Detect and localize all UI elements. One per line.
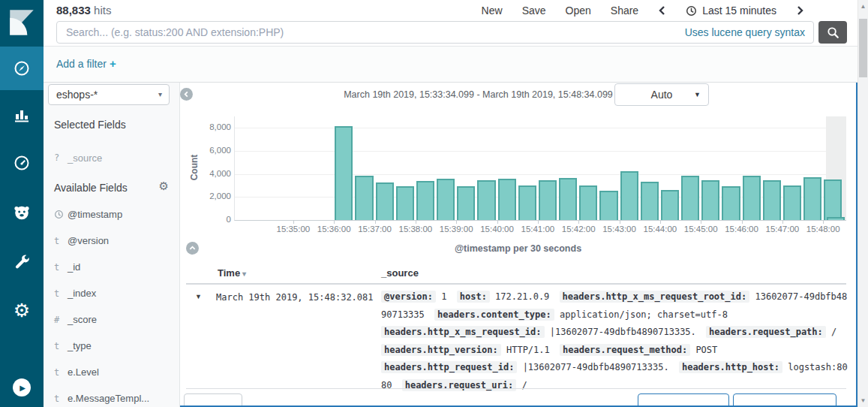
- histogram-bar[interactable]: [827, 217, 845, 220]
- histogram-bar[interactable]: [437, 179, 455, 221]
- view-surrounding-documents-button[interactable]: [638, 393, 729, 407]
- field-settings-gear-icon[interactable]: ⚙: [159, 180, 169, 191]
- histogram-bar[interactable]: [559, 178, 577, 220]
- histogram-bar[interactable]: [743, 176, 761, 220]
- discover-main-panel: March 19th 2019, 15:33:34.099 - March 19…: [180, 83, 857, 407]
- doc-field-name[interactable]: headers.request_uri:: [402, 379, 517, 391]
- time-forward-button[interactable]: [796, 5, 804, 16]
- scroll-down-arrow-icon[interactable]: ▼: [858, 397, 868, 404]
- collapse-sidebar-button[interactable]: [180, 88, 193, 101]
- histogram-bar[interactable]: [701, 180, 719, 220]
- x-axis-tick: [578, 220, 579, 224]
- y-axis-label: 6,000: [201, 146, 231, 155]
- nav-timelion[interactable]: [0, 191, 44, 234]
- kibana-logo[interactable]: [0, 0, 44, 47]
- page-scrollbar[interactable]: ▲ ▼: [857, 0, 868, 407]
- histogram-bar[interactable]: [498, 179, 516, 221]
- nav-dev-tools[interactable]: [0, 240, 44, 284]
- nav-visualize[interactable]: [0, 93, 44, 137]
- bar-chart-icon: [13, 106, 31, 124]
- histogram-bar[interactable]: [457, 186, 475, 220]
- nav-management[interactable]: ⚙: [0, 288, 44, 332]
- field-item-@version[interactable]: t@version: [44, 228, 180, 254]
- histogram-bar[interactable]: [722, 186, 740, 220]
- doc-field-name[interactable]: headers.http_version:: [381, 344, 501, 356]
- doc-field-name[interactable]: headers.http_host:: [679, 361, 782, 373]
- doc-detail-tab[interactable]: [184, 393, 242, 407]
- search-icon: [827, 26, 839, 39]
- filter-bar: Add a filter+: [44, 47, 857, 83]
- histogram-bar[interactable]: [824, 179, 842, 220]
- nav-collapse-button[interactable]: ▶: [13, 378, 31, 396]
- search-button[interactable]: [818, 21, 847, 44]
- histogram-bar[interactable]: [376, 182, 394, 220]
- index-pattern-select[interactable]: eshops-* ▾: [48, 84, 170, 105]
- time-back-button[interactable]: [658, 5, 666, 16]
- field-item-_index[interactable]: t_index: [44, 280, 180, 306]
- sort-caret-icon: ▾: [242, 270, 246, 278]
- y-axis-labels: 02,0004,0006,0008,000: [201, 108, 231, 236]
- action-open[interactable]: Open: [566, 5, 591, 17]
- field-item-_source[interactable]: ?_source: [44, 149, 180, 167]
- histogram-bar[interactable]: [620, 171, 638, 220]
- doc-field-name[interactable]: @version:: [381, 291, 436, 303]
- histogram-bar[interactable]: [579, 185, 597, 220]
- histogram-bar[interactable]: [661, 190, 679, 220]
- doc-field-name[interactable]: headers.request_path:: [706, 326, 826, 338]
- add-filter-button[interactable]: Add a filter+: [56, 57, 116, 70]
- field-item-e.Level[interactable]: te.Level: [44, 359, 180, 385]
- nav-dashboard[interactable]: [0, 141, 44, 185]
- x-axis-label: 15:48:00: [806, 225, 840, 234]
- x-axis-label: 15:43:00: [602, 225, 636, 234]
- compass-icon: [13, 59, 31, 77]
- histogram-bar[interactable]: [539, 180, 557, 220]
- doc-field-name[interactable]: headers.http_x_ms_request_id:: [381, 326, 545, 338]
- field-item-_score[interactable]: #_score: [44, 306, 180, 333]
- histogram-bar[interactable]: [599, 191, 617, 220]
- lucene-syntax-link[interactable]: Uses lucene query syntax: [685, 21, 805, 44]
- x-axis-tick: [701, 220, 701, 224]
- histogram-bar[interactable]: [783, 185, 801, 220]
- histogram-bar[interactable]: [763, 180, 781, 220]
- view-single-document-button[interactable]: [733, 393, 836, 407]
- doc-field-name[interactable]: headers.http_x_ms_request_root_id:: [560, 291, 750, 303]
- histogram-bar[interactable]: [681, 176, 699, 220]
- histogram-bar[interactable]: [416, 181, 434, 220]
- histogram-bar[interactable]: [803, 177, 821, 220]
- scroll-up-arrow-icon[interactable]: ▲: [858, 3, 868, 10]
- x-axis-title: @timestamp per 30 seconds: [180, 243, 856, 254]
- x-axis-label: 15:46:00: [725, 225, 758, 234]
- doc-field-name[interactable]: headers.content_type:: [434, 309, 554, 321]
- chevron-down-icon: ▾: [158, 85, 162, 104]
- action-new[interactable]: New: [482, 5, 503, 17]
- field-type-icon: t: [54, 341, 68, 351]
- histogram-bar[interactable]: [355, 176, 373, 220]
- row-expand-caret[interactable]: ▼: [195, 293, 202, 300]
- field-type-icon: t: [54, 262, 68, 273]
- action-share[interactable]: Share: [611, 5, 638, 17]
- y-axis-label: 8,000: [201, 122, 231, 131]
- nav-discover[interactable]: [0, 47, 44, 90]
- field-item-e.MessageTempl...[interactable]: te.MessageTempl...: [44, 385, 180, 407]
- field-type-icon: t: [54, 367, 68, 378]
- field-item-_type[interactable]: t_type: [44, 333, 180, 359]
- histogram-bar[interactable]: [396, 186, 414, 220]
- time-range-picker[interactable]: Last 15 minutes: [686, 5, 776, 17]
- doc-field-name[interactable]: headers.request_method:: [560, 344, 690, 356]
- histogram-bar[interactable]: [335, 126, 353, 220]
- scrollbar-thumb[interactable]: [859, 19, 867, 77]
- action-save[interactable]: Save: [522, 5, 546, 17]
- histogram-bar[interactable]: [641, 182, 659, 220]
- doc-field-name[interactable]: host:: [457, 291, 490, 303]
- histogram-bar[interactable]: [518, 185, 536, 220]
- add-filter-label: Add a filter: [56, 58, 107, 70]
- interval-select[interactable]: Auto ▼: [614, 83, 709, 106]
- x-axis-label: 15:42:00: [562, 225, 596, 234]
- column-header-time[interactable]: Time▾: [218, 267, 246, 279]
- field-item-_id[interactable]: t_id: [44, 254, 180, 280]
- doc-field-value: 172.21.0.9: [495, 291, 549, 302]
- doc-row-time: March 19th 2019, 15:48:32.081: [216, 292, 374, 303]
- doc-field-name[interactable]: headers.http_request_id:: [381, 361, 517, 373]
- histogram-bar[interactable]: [477, 180, 495, 220]
- field-item-@timestamp[interactable]: @timestamp: [44, 201, 180, 228]
